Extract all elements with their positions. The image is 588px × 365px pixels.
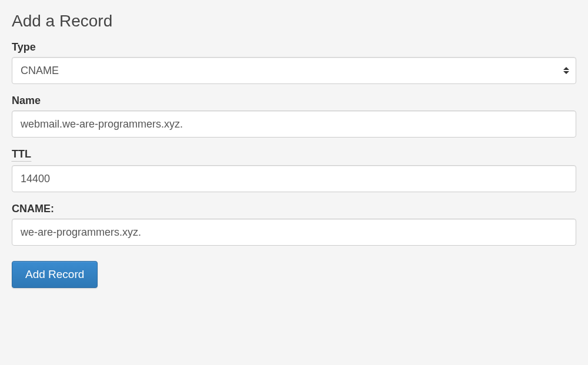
cname-input[interactable] [12, 219, 576, 246]
type-field-group: Type CNAME [12, 41, 576, 84]
type-label: Type [12, 41, 576, 53]
ttl-label: TTL [12, 148, 576, 162]
ttl-input[interactable] [12, 165, 576, 192]
name-input[interactable] [12, 110, 576, 138]
cname-label: CNAME: [12, 203, 576, 215]
add-record-form: Add a Record Type CNAME Name TTL CNAME: … [12, 12, 576, 288]
cname-field-group: CNAME: [12, 203, 576, 246]
page-heading: Add a Record [12, 12, 576, 31]
add-record-button[interactable]: Add Record [12, 261, 98, 288]
ttl-field-group: TTL [12, 148, 576, 192]
type-select-value: CNAME [12, 57, 576, 84]
type-select[interactable]: CNAME [12, 57, 576, 84]
name-label: Name [12, 95, 576, 107]
name-field-group: Name [12, 95, 576, 138]
